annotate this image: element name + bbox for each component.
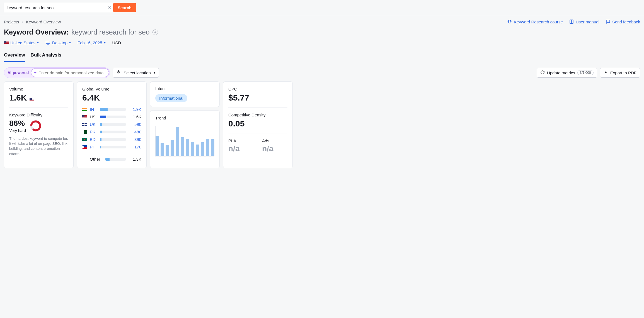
country-code: PH: [90, 145, 97, 149]
trend-bar: [176, 127, 179, 156]
monitor-icon: [45, 40, 50, 45]
location-select[interactable]: Select location ▾: [113, 68, 159, 78]
difficulty-description: The hardest keyword to compete for. It w…: [9, 136, 68, 156]
global-volume-row[interactable]: PH170: [82, 143, 141, 151]
volume-value: 170: [129, 145, 141, 149]
device-picker[interactable]: Desktop ▾: [45, 40, 71, 45]
trend-chart: [155, 126, 214, 156]
link-manual[interactable]: User manual: [569, 19, 599, 24]
intent-value: Informational: [155, 94, 187, 102]
chevron-down-icon: ▾: [154, 71, 155, 75]
chat-icon: [606, 19, 611, 24]
country-code: BD: [90, 137, 97, 142]
country-code: US: [90, 114, 97, 119]
search-input[interactable]: [4, 5, 106, 10]
difficulty-percent: 86%: [9, 119, 26, 128]
country-picker[interactable]: United States ▾: [4, 40, 39, 45]
trend-bar: [196, 145, 199, 156]
currency-label: USD: [112, 40, 121, 45]
competitive-label: Competitive Density: [228, 112, 287, 117]
clear-icon[interactable]: ×: [106, 3, 113, 12]
cpc-label: CPC: [228, 87, 287, 91]
in-flag-icon: [82, 108, 87, 111]
breadcrumb-current: Keyword Overview: [26, 19, 61, 24]
sparkle-icon: ✦: [33, 70, 37, 75]
domain-input-wrap: ✦: [31, 68, 109, 77]
difficulty-donut: [30, 120, 42, 132]
global-volume-card: Global Volume 6.4K IN1.9KUS1.6KUK590PK48…: [77, 81, 147, 168]
global-volume-row: US1.6K: [82, 113, 141, 121]
domain-input[interactable]: [38, 70, 105, 75]
intent-card: Intent Informational: [150, 81, 220, 107]
chevron-down-icon: ▾: [69, 41, 71, 45]
volume-value: 590: [129, 122, 141, 127]
add-keyword-button[interactable]: [152, 30, 158, 35]
bd-flag-icon: [82, 138, 87, 141]
us-flag-icon: [30, 98, 34, 101]
trend-label: Trend: [155, 116, 214, 120]
global-volume-value: 6.4K: [82, 93, 141, 102]
global-volume-label: Global Volume: [82, 87, 141, 91]
country-code: UK: [90, 122, 97, 127]
trend-card: Trend: [150, 110, 220, 168]
search-bar: × Search: [4, 3, 136, 12]
pla-label: PLA: [228, 138, 254, 143]
tab-overview[interactable]: Overview: [4, 51, 25, 62]
intent-label: Intent: [155, 86, 214, 91]
page-title-keyword: keyword research for seo: [71, 28, 150, 36]
tab-bulk-analysis[interactable]: Bulk Analysis: [31, 51, 62, 62]
metrics-card: CPC $5.77 Competitive Density 0.05 PLA n…: [223, 81, 293, 168]
chevron-down-icon: ▾: [104, 41, 106, 45]
ai-powered-badge: AI-powered ✦: [4, 67, 110, 78]
us-flag-icon: [4, 41, 9, 44]
volume-label: Volume: [9, 87, 68, 91]
refresh-icon: [540, 70, 545, 75]
trend-bar: [211, 139, 214, 156]
competitive-value: 0.05: [228, 119, 287, 128]
trend-bar: [191, 142, 194, 156]
ads-label: Ads: [262, 138, 287, 143]
svg-rect-1: [46, 41, 50, 43]
ph-flag-icon: [82, 145, 87, 149]
date-picker[interactable]: Feb 16, 2025 ▾: [78, 40, 105, 45]
trend-bar: [186, 139, 189, 156]
book-icon: [569, 19, 574, 24]
update-metrics-button[interactable]: Update metrics 3/1,000: [537, 68, 597, 78]
update-count: 3/1,000: [577, 70, 594, 75]
trend-bar: [181, 137, 184, 156]
country-code: PK: [90, 129, 97, 134]
pla-value: n/a: [228, 144, 254, 153]
trend-bar: [206, 139, 209, 156]
breadcrumb-projects[interactable]: Projects: [4, 19, 19, 24]
volume-value: 1.9K: [129, 107, 141, 112]
global-volume-row[interactable]: PK480: [82, 128, 141, 136]
pk-flag-icon: [82, 130, 87, 134]
trend-bar: [166, 145, 169, 156]
volume-value: 390: [129, 137, 141, 142]
trend-bar: [201, 142, 204, 156]
trend-bar: [161, 143, 164, 156]
difficulty-label: Keyword Difficulty: [9, 112, 68, 117]
us-flag-icon: [82, 115, 87, 119]
country-code: IN: [90, 107, 97, 112]
svg-point-2: [118, 71, 119, 72]
search-button[interactable]: Search: [113, 3, 136, 12]
volume-card: Volume 1.6K Keyword Difficulty 86% Very …: [4, 81, 74, 168]
volume-value: 1.6K: [129, 114, 141, 119]
global-volume-row[interactable]: UK590: [82, 121, 141, 128]
global-volume-other: Other 1.3K: [82, 155, 141, 163]
graduation-cap-icon: [507, 19, 512, 24]
link-feedback[interactable]: Send feedback: [606, 19, 640, 24]
trend-bar: [171, 140, 174, 156]
cpc-value: $5.77: [228, 93, 287, 102]
uk-flag-icon: [82, 123, 87, 126]
export-pdf-button[interactable]: Export to PDF: [600, 68, 640, 78]
trend-bar: [156, 136, 159, 156]
difficulty-level: Very hard: [9, 128, 26, 133]
link-course[interactable]: Keyword Research course: [507, 19, 563, 24]
page-title: Keyword Overview:: [4, 28, 69, 36]
global-volume-row[interactable]: IN1.9K: [82, 106, 141, 113]
ai-label: AI-powered: [8, 70, 29, 75]
pin-icon: [116, 70, 121, 75]
global-volume-row[interactable]: BD390: [82, 136, 141, 143]
